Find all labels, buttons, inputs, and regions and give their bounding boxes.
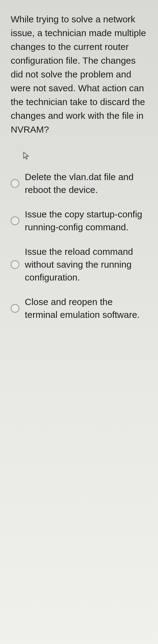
option-4[interactable]: Close and reopen the terminal emulation …	[11, 296, 147, 321]
radio-icon	[11, 217, 19, 225]
option-label: Issue the copy startup-config running-co…	[25, 208, 147, 234]
option-label: Close and reopen the terminal emulation …	[25, 296, 147, 321]
cursor-icon	[23, 152, 147, 161]
options-list: Delete the vlan.dat file and reboot the …	[11, 171, 147, 321]
question-text: While trying to solve a network issue, a…	[11, 12, 147, 136]
option-2[interactable]: Issue the copy startup-config running-co…	[11, 208, 147, 234]
radio-icon	[11, 304, 19, 313]
option-label: Issue the reload command without saving …	[25, 245, 147, 284]
option-3[interactable]: Issue the reload command without saving …	[11, 245, 147, 284]
radio-icon	[11, 260, 19, 269]
option-1[interactable]: Delete the vlan.dat file and reboot the …	[11, 171, 147, 196]
option-label: Delete the vlan.dat file and reboot the …	[25, 171, 147, 196]
radio-icon	[11, 179, 19, 188]
